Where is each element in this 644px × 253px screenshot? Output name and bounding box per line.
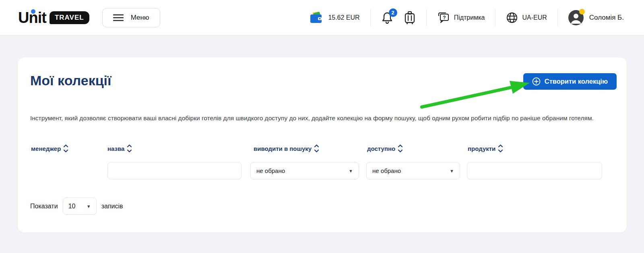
- support-label: Підтримка: [454, 14, 485, 21]
- status-dot: [579, 9, 585, 14]
- avatar: [568, 10, 584, 25]
- page-title: Мої колекції: [30, 73, 111, 88]
- locale-currency-selector[interactable]: UA-EUR: [506, 12, 547, 24]
- column-header-show-in-search[interactable]: виводити в пошуку: [254, 144, 319, 153]
- user-account-button[interactable]: Соломія Б.: [568, 10, 624, 25]
- caret-down-icon: ▼: [87, 204, 91, 209]
- available-filter-select[interactable]: не обрано ▼: [366, 162, 460, 179]
- locale-label: UA-EUR: [522, 14, 547, 21]
- header-divider: [557, 9, 558, 26]
- sort-icon: [314, 144, 319, 153]
- notifications-count-badge: 2: [389, 8, 397, 17]
- show-label: Показати: [30, 203, 58, 210]
- selected-value: не обрано: [256, 167, 285, 174]
- name-filter-input[interactable]: [107, 162, 242, 179]
- collections-card: Мої колекції Створити колекцію Інструмен…: [18, 58, 627, 232]
- caret-down-icon: ▼: [349, 169, 353, 173]
- selected-value: не обрано: [372, 167, 401, 174]
- logo-wordmark: Unit: [18, 10, 46, 25]
- header-divider: [426, 9, 427, 26]
- header-right-cluster: 15.62 EUR 2: [310, 9, 624, 26]
- wallet-balance-text: 15.62 EUR: [328, 14, 359, 21]
- menu-button[interactable]: Меню: [102, 8, 160, 27]
- create-collection-button[interactable]: Створити колекцію: [523, 73, 617, 90]
- globe-icon: [506, 12, 518, 24]
- wallet-icon: [310, 11, 324, 24]
- sort-icon: [498, 144, 503, 153]
- logo-dot: [31, 9, 35, 14]
- notifications-button[interactable]: 2: [381, 11, 393, 24]
- column-header-name[interactable]: назва: [107, 144, 132, 153]
- support-chat-icon: ?: [437, 12, 450, 24]
- products-filter-input[interactable]: [467, 162, 602, 179]
- suitcase-icon: [404, 11, 416, 25]
- column-header-products[interactable]: продукти: [468, 144, 503, 153]
- brand-logo[interactable]: Unit TRAVEL: [18, 10, 89, 25]
- trips-button[interactable]: [404, 11, 416, 25]
- wallet-balance[interactable]: 15.62 EUR: [310, 11, 359, 24]
- top-navigation-bar: Unit TRAVEL Меню 15.62 EUR: [0, 0, 644, 35]
- collections-description: Інструмент, який дозволяє створювати ваш…: [30, 113, 615, 123]
- sort-icon: [127, 144, 132, 153]
- page-size-control: Показати 10 ▼ записів: [30, 197, 123, 215]
- support-button[interactable]: ? Підтримка: [437, 12, 485, 24]
- sort-icon: [398, 144, 403, 153]
- page-size-value: 10: [68, 203, 76, 210]
- hamburger-icon: [113, 14, 124, 22]
- user-name: Соломія Б.: [589, 14, 624, 22]
- header-divider: [370, 9, 371, 26]
- logo-travel-badge: TRAVEL: [50, 11, 89, 24]
- page-size-select[interactable]: 10 ▼: [63, 197, 97, 215]
- column-header-available[interactable]: доступно: [367, 144, 403, 153]
- header-divider: [495, 9, 495, 26]
- records-label: записів: [101, 203, 123, 210]
- svg-text:?: ?: [443, 14, 446, 20]
- show-in-search-filter-select[interactable]: не обрано ▼: [250, 162, 359, 179]
- create-collection-label: Створити колекцію: [545, 78, 608, 85]
- sort-icon: [63, 144, 68, 153]
- column-header-manager[interactable]: менеджер: [31, 144, 68, 153]
- caret-down-icon: ▼: [450, 169, 454, 173]
- menu-label: Меню: [131, 14, 149, 22]
- plus-circle-icon: [532, 77, 541, 86]
